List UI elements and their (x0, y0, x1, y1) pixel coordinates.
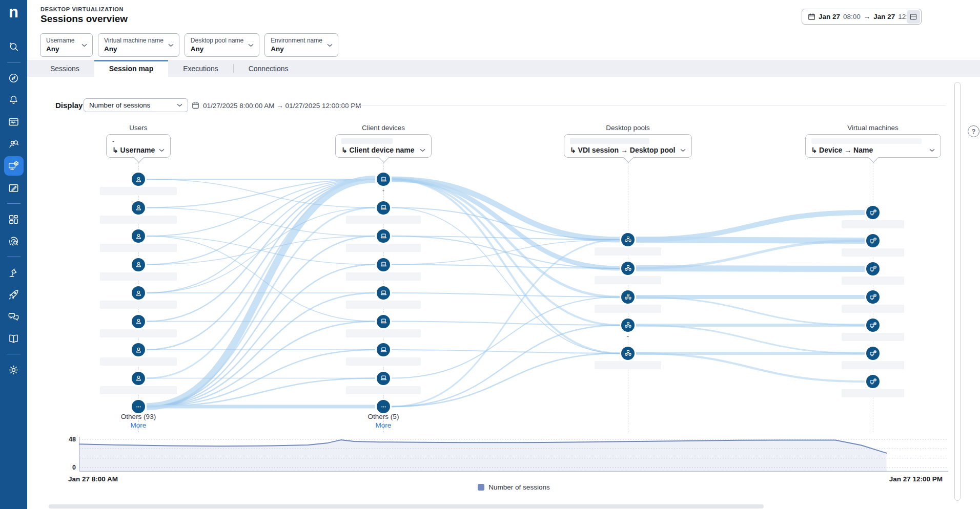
redacted-node-label (842, 248, 904, 257)
selected-entity (811, 137, 935, 145)
node-client-devices[interactable] (377, 343, 390, 356)
user-icon (134, 175, 143, 184)
sidebar-item-lab[interactable] (4, 263, 24, 282)
laptop-icon (379, 317, 388, 326)
laptop-icon (379, 374, 388, 383)
node-virtual-machines[interactable] (866, 262, 880, 275)
vm-icon (869, 265, 877, 273)
node-client-devices[interactable] (377, 372, 390, 385)
node-users[interactable] (132, 343, 145, 356)
node-client-devices[interactable] (377, 258, 390, 271)
sidebar-divider (7, 62, 21, 62)
node-desktop-pools[interactable] (621, 319, 635, 332)
chevron-down-icon (159, 149, 165, 152)
node-virtual-machines[interactable] (866, 234, 880, 247)
vertical-scrollbar[interactable] (954, 82, 961, 501)
user-icon (134, 260, 143, 269)
sidebar-item-chat[interactable] (4, 307, 24, 326)
vm-icon (869, 208, 877, 217)
sidebar-item-documentation[interactable] (4, 329, 24, 348)
more-link[interactable]: More (340, 421, 427, 429)
sidebar-item-desktop-virtualization[interactable] (4, 156, 24, 176)
node-virtual-machines[interactable] (866, 347, 880, 360)
chat-icon (8, 311, 19, 323)
node-users[interactable] (132, 201, 145, 215)
redacted-text (570, 138, 649, 144)
column-title-desktop-pools: Desktop pools (566, 124, 689, 132)
node-users[interactable] (132, 372, 145, 385)
audit-search-icon (8, 236, 19, 247)
pool-icon (624, 236, 632, 244)
node-virtual-machines[interactable] (866, 290, 880, 304)
laptop-icon (379, 260, 388, 269)
redacted-text (811, 138, 922, 144)
node-virtual-machines[interactable] (866, 319, 880, 332)
nutanix-logo[interactable]: n (9, 2, 18, 23)
sidebar-item-compass[interactable] (4, 68, 24, 88)
redacted-node-label (100, 216, 177, 224)
tab-connections[interactable]: Connections (234, 60, 303, 77)
tab-executions[interactable]: Executions (168, 60, 233, 77)
node-users[interactable] (132, 173, 145, 186)
sidebar-item-rocket[interactable] (4, 285, 24, 304)
app-root: n DESKTOP VIRTUALIZATION Sessions overvi… (0, 0, 980, 509)
notes-edit-icon (8, 182, 19, 194)
more-link[interactable]: More (95, 421, 182, 429)
vm-icon (869, 349, 877, 358)
node-virtual-machines[interactable] (866, 206, 880, 219)
column-title-virtual-machines: Virtual machines (811, 124, 934, 132)
chart-legend: Number of sessions (79, 483, 948, 491)
sidebar-item-audit-search[interactable] (4, 231, 24, 251)
vm-icon (869, 293, 877, 302)
redacted-node-label (842, 220, 904, 228)
sidebar-item-monitor-activity[interactable] (4, 112, 24, 132)
column-title-users: Users (77, 124, 200, 132)
x-axis-end-label: Jan 27 12:00 PM (889, 475, 943, 483)
node-client-devices[interactable] (377, 229, 390, 243)
ellipsis-icon (134, 402, 143, 411)
node-desktop-pools[interactable] (621, 262, 635, 275)
selected-entity (341, 137, 425, 145)
node-desktop-pools[interactable] (621, 233, 635, 246)
vm-icon (869, 237, 877, 245)
notifications-icon (8, 94, 19, 106)
node-client-devices[interactable] (377, 315, 390, 328)
node-label-dash: - (618, 333, 638, 340)
help-button[interactable]: ? (968, 125, 979, 137)
sidebar-nav (0, 23, 27, 379)
sidebar-item-user-search[interactable] (4, 134, 24, 154)
sidebar-item-apps-grid[interactable] (4, 209, 24, 229)
ai-search-icon (8, 41, 19, 53)
node-client-devices[interactable] (377, 286, 390, 300)
grouping-label: ↳ Client device name (341, 146, 414, 154)
node-users[interactable] (132, 258, 145, 271)
sidebar-divider (7, 257, 21, 257)
sidebar-item-settings[interactable] (4, 360, 24, 379)
horizontal-scrollbar[interactable] (49, 504, 764, 508)
redacted-node-label (100, 244, 177, 252)
others-node-users[interactable] (132, 400, 145, 413)
node-desktop-pools[interactable] (621, 347, 635, 360)
node-client-devices[interactable] (377, 201, 390, 215)
node-users[interactable] (132, 229, 145, 243)
sidebar-item-ai-search[interactable] (4, 37, 24, 56)
tab-session-map[interactable]: Session map (94, 60, 168, 77)
user-icon (134, 374, 143, 383)
redacted-node-label (100, 329, 177, 337)
redacted-node-label (595, 247, 661, 256)
compass-icon (8, 72, 19, 84)
node-desktop-pools[interactable] (621, 290, 635, 304)
others-node-client-devices[interactable] (377, 400, 390, 413)
redacted-node-label (100, 386, 177, 394)
redacted-node-label (842, 305, 904, 313)
node-users[interactable] (132, 286, 145, 300)
user-icon (134, 203, 143, 212)
redacted-node-label (100, 187, 177, 195)
node-client-devices[interactable] (377, 173, 390, 186)
sidebar-item-notes-edit[interactable] (4, 178, 24, 198)
sidebar-item-notifications[interactable] (4, 90, 24, 110)
pool-icon (624, 321, 632, 330)
node-virtual-machines[interactable] (866, 375, 880, 388)
tab-sessions[interactable]: Sessions (35, 60, 94, 77)
node-users[interactable] (132, 315, 145, 328)
